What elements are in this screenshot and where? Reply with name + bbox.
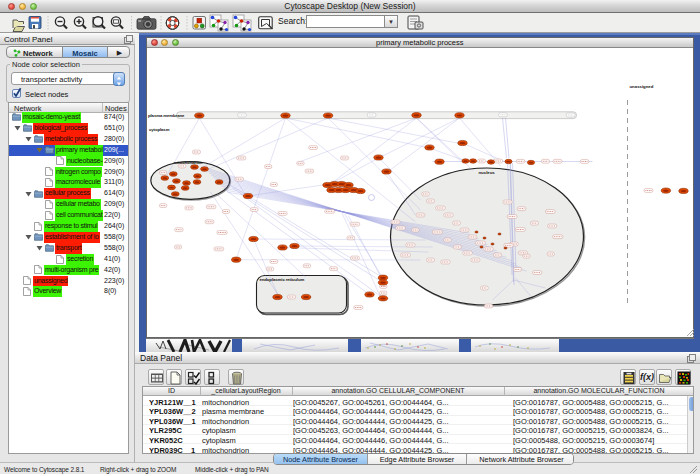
svg-text:nucleus: nucleus xyxy=(478,170,495,175)
svg-text:plasma membrane: plasma membrane xyxy=(148,113,185,118)
svg-text:mitochondrion: mitochondrion xyxy=(173,160,202,165)
svg-text:endoplasmic reticulum: endoplasmic reticulum xyxy=(259,277,304,282)
svg-text:cytoplasm: cytoplasm xyxy=(149,127,170,132)
svg-text:unassigned: unassigned xyxy=(629,84,653,89)
